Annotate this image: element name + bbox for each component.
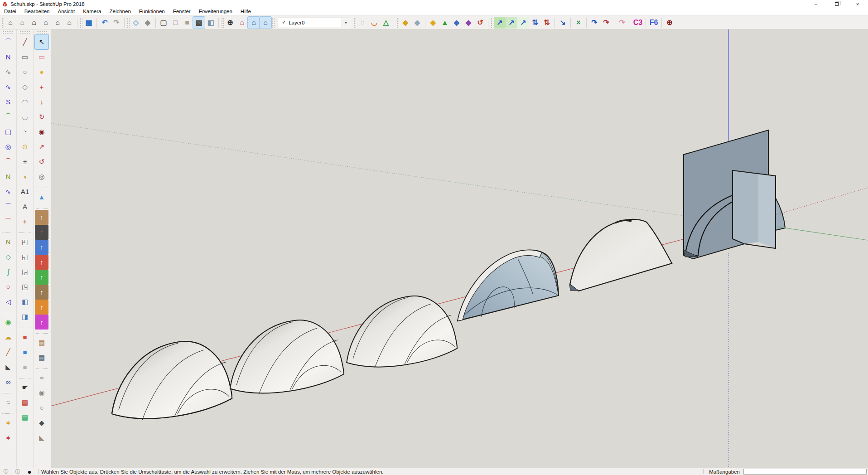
tool-teach[interactable]: ◣ [1,359,15,374]
dome-shell-4[interactable] [458,250,559,321]
tool-hand[interactable]: ☛ [18,380,32,395]
cube-yellow-icon[interactable]: ◆ [400,17,411,29]
smart-offset-icon[interactable]: ↘ [557,17,569,29]
menu-hilfe[interactable]: Hilfe [236,8,255,15]
toolbar-grip[interactable] [272,17,275,28]
tool-box-red[interactable]: ■ [18,330,32,344]
curvizard-icon[interactable]: C3 [632,17,644,29]
tool-sandbox-stamp[interactable]: ◉ [35,385,48,400]
undo-icon[interactable]: ↶ [99,17,111,29]
tool-s-curve[interactable]: S [1,94,15,109]
menu-fenster[interactable]: Fenster [169,8,195,15]
tool-follow-me[interactable]: ◉ [35,124,48,139]
layer-dropdown[interactable]: ✓ Layer0 ▾ [278,18,350,27]
rotate-sphere-icon[interactable]: ↷ [616,17,628,29]
redo-icon[interactable]: ↷ [111,17,122,29]
tool-arc-green[interactable]: ⌒ [1,109,15,124]
tool-scale-zoom[interactable]: ◎ [35,169,48,184]
tool-power-toggle[interactable]: ◉ [1,315,15,330]
clipping-plane-small[interactable] [733,170,776,248]
palette-grip[interactable] [3,31,14,34]
dome-1[interactable] [112,341,232,420]
menu-bearbeiten[interactable]: Bearbeiten [20,8,54,15]
tool-asterisk-s-off[interactable]: ∗ [1,430,15,445]
menu-funktionen[interactable]: Funktionen [135,8,169,15]
toolbar-grip[interactable] [221,17,224,28]
tool-arc-2pt[interactable]: ◡ [18,109,32,124]
dome-3[interactable] [347,296,457,368]
tool-jpp-tan[interactable]: ↑ [35,210,48,225]
tool-solid-trim[interactable]: ◳ [18,279,32,294]
tool-zigzag-green[interactable]: N [1,169,15,184]
toolbar-grip[interactable] [396,17,399,28]
dome-half-5[interactable] [569,219,672,291]
fredo6-tools-icon[interactable]: F6 [648,17,660,29]
tool-solid-split[interactable]: ◨ [18,309,32,324]
tool-solid-intersect[interactable]: ◧ [18,294,32,309]
tool-toolbar-green[interactable]: ▤ [18,410,32,425]
menu-erweiterungen[interactable]: Erweiterungen [195,8,236,15]
style-back-edges-icon[interactable]: ◈ [142,17,154,29]
tool-zigzag-olive[interactable]: N [1,234,15,249]
tool-asterisk-off[interactable]: ∗ [1,415,15,430]
tool-circle[interactable]: ○ [18,64,32,79]
normal-push-pull-icon[interactable]: ↗ [517,17,529,29]
extrude-red-icon[interactable]: ⇅ [541,17,553,29]
toolbar-grip[interactable] [127,17,130,28]
tool-stamp-push[interactable]: ↓ [35,94,48,109]
left-view-icon[interactable]: ⌂ [63,17,75,29]
tool-jpp-red[interactable]: ↑ [35,255,48,270]
credit-icon[interactable]: ⓘ [12,468,24,475]
tool-select[interactable]: ↖ [35,34,48,49]
restore-button[interactable] [826,0,847,8]
tool-box-blue[interactable]: ■ [18,344,32,359]
tool-sine-curve[interactable]: ∿ [1,79,15,94]
tool-curve-line[interactable]: ≈ [1,395,15,410]
tool-line[interactable]: ╱ [18,34,32,49]
tool-texture-box[interactable]: ▦ [35,335,48,350]
tool-jpp-green[interactable]: ↑ [35,270,48,285]
tool-arc-crimson[interactable]: ⌒ [1,214,15,229]
tool-rectangle[interactable]: ▭ [18,49,32,64]
vector-push-pull-icon[interactable]: ↗ [506,17,517,29]
tool-uv-grid[interactable]: ▦ [35,350,48,365]
tool-jpp-orange[interactable]: ↑ [35,300,48,315]
tool-binoculars[interactable]: ∞ [1,374,15,389]
round-edge-icon[interactable]: ◆ [463,17,474,29]
tool-squiggle[interactable]: ∿ [1,184,15,199]
measurements-input[interactable] [743,469,867,475]
style-shaded-icon[interactable]: ■ [181,17,193,29]
camera-two-point-icon[interactable]: ⌂ [236,17,248,29]
sharp-corner-icon[interactable]: ▲ [439,17,451,29]
globe-icon[interactable]: ⊕ [664,17,675,29]
tool-protractor[interactable]: ◖ [18,169,32,184]
camera-standard-views-icon[interactable]: ⊕ [224,17,236,29]
style-wireframe-icon[interactable]: ▢ [158,17,169,29]
bevel-icon[interactable]: ◆ [451,17,463,29]
tool-polygon-outline[interactable]: ◇ [1,249,15,264]
tool-sketch-pencil[interactable]: ╱ [1,344,15,359]
signin-avatar-icon[interactable]: ☻ [24,469,35,475]
chevron-down-icon[interactable]: ▾ [342,18,350,27]
tool-rotate[interactable]: ↻ [35,109,48,124]
top-view-icon[interactable]: ⌂ [16,17,28,29]
curviloft-icon[interactable]: ◡ [368,17,380,29]
dome-sliver[interactable] [776,198,785,230]
fredoscale-icon[interactable]: × [573,17,584,29]
style-xray-icon[interactable]: ◇ [130,17,142,29]
tool-spiral[interactable]: ◎ [1,139,15,154]
tool-freehand-sketch[interactable]: ∿ [1,64,15,79]
tool-toolbar-red[interactable]: ▤ [18,395,32,410]
round-corner-icon[interactable]: ◆ [427,17,439,29]
iso-view-icon[interactable]: ⌂ [5,17,16,29]
toolbar-grip[interactable] [1,17,4,28]
tool-axes[interactable]: + [18,214,32,229]
menu-kamera[interactable]: Kamera [79,8,105,15]
tool-bezier-polyline[interactable]: N [1,49,15,64]
joint-push-pull-icon[interactable]: ↗ [494,17,506,29]
tool-rotate-copy[interactable]: ↺ [35,154,48,169]
front-view-icon[interactable]: ⌂ [28,17,40,29]
tool-loop-curve[interactable]: ○ [1,279,15,294]
tool-hook-curve[interactable]: ⌒ [1,199,15,214]
palette-grip[interactable] [19,31,30,34]
